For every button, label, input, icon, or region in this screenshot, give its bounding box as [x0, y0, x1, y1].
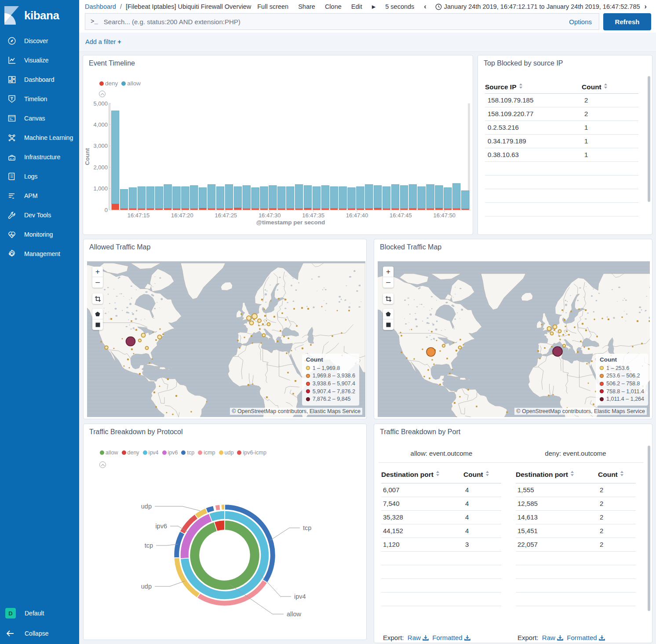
- svg-text:tcp: tcp: [145, 542, 153, 549]
- svg-text:Count: Count: [84, 148, 91, 165]
- svg-text:16:47:25: 16:47:25: [215, 212, 237, 219]
- svg-text:16:47:30: 16:47:30: [259, 212, 281, 219]
- svg-text:16:47:45: 16:47:45: [390, 212, 412, 219]
- svg-text:tcp: tcp: [303, 524, 311, 531]
- svg-text:ipv4: ipv4: [294, 593, 306, 600]
- svg-text:1,000: 1,000: [93, 185, 108, 192]
- svg-text:@timestamp per second: @timestamp per second: [256, 219, 325, 226]
- svg-text:5,000: 5,000: [93, 100, 108, 107]
- svg-text:allow: allow: [287, 611, 302, 618]
- svg-text:udp: udp: [141, 503, 152, 510]
- svg-text:16:47:15: 16:47:15: [128, 212, 150, 219]
- svg-text:16:47:50: 16:47:50: [433, 212, 456, 219]
- svg-text:4,000: 4,000: [93, 121, 108, 128]
- svg-text:0: 0: [105, 207, 108, 213]
- svg-text:udp: udp: [141, 583, 152, 590]
- svg-text:16:47:40: 16:47:40: [346, 212, 368, 219]
- svg-text:3,000: 3,000: [93, 143, 108, 149]
- svg-text:ipv6: ipv6: [155, 523, 167, 530]
- svg-text:16:47:20: 16:47:20: [171, 212, 193, 219]
- svg-text:2,000: 2,000: [93, 164, 108, 171]
- svg-text:16:47:35: 16:47:35: [302, 212, 324, 219]
